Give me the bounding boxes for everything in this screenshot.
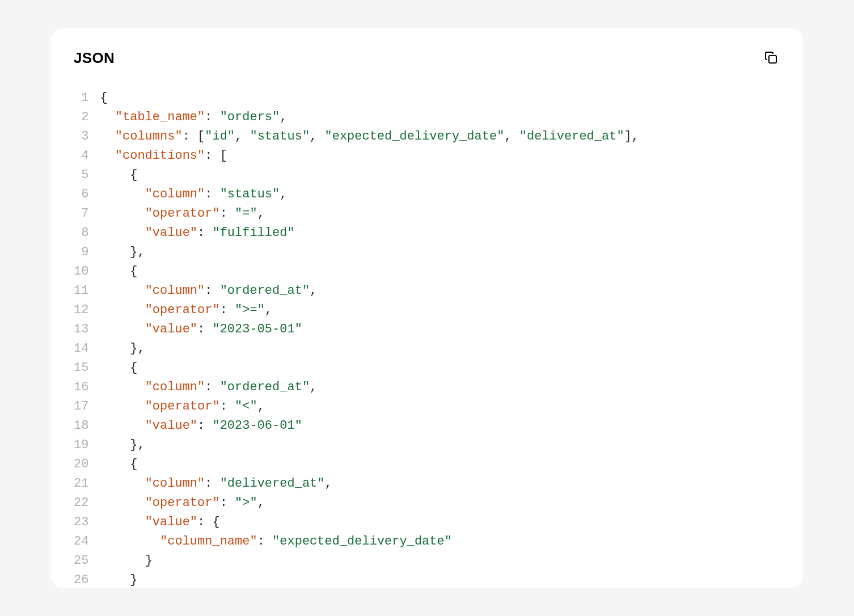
line-number: 11 xyxy=(74,281,88,301)
line-number: 19 xyxy=(74,436,88,455)
code-token-string: "delivered_at" xyxy=(220,476,325,491)
code-token-punct: : xyxy=(205,187,219,201)
code-line: "table_name": "orders", xyxy=(100,108,639,127)
code-token-punct: , xyxy=(280,110,287,124)
code-token-string: "<" xyxy=(235,399,257,414)
code-line: "conditions": [ xyxy=(100,146,639,166)
code-line: "value": "2023-06-01" xyxy=(100,416,639,436)
code-token-punct: , xyxy=(310,284,317,298)
code-line: "operator": "<", xyxy=(100,397,639,416)
code-line: "column_name": "expected_delivery_date" xyxy=(100,532,639,551)
code-line: "operator": ">=", xyxy=(100,301,639,320)
code-token-key: "table_name" xyxy=(115,110,205,124)
code-line: "operator": "=", xyxy=(100,204,639,223)
code-token-indent xyxy=(100,399,145,414)
line-number: 20 xyxy=(74,455,88,474)
code-token-punct: : xyxy=(205,380,219,394)
code-line: "value": { xyxy=(100,513,639,532)
line-number-gutter: 1234567891011121314151617181920212223242… xyxy=(74,88,100,588)
code-line: { xyxy=(100,262,639,281)
code-token-string: "2023-05-01" xyxy=(212,322,302,336)
code-token-punct: , xyxy=(257,399,265,414)
code-token-indent xyxy=(100,496,145,510)
code-token-punct: , xyxy=(310,380,317,394)
code-token-string: "status" xyxy=(250,129,310,144)
code-token-string: ">=" xyxy=(235,303,265,317)
line-number: 23 xyxy=(74,513,88,532)
code-token-punct: : [ xyxy=(205,149,227,163)
code-token-key: "value" xyxy=(145,226,197,240)
line-number: 13 xyxy=(74,320,88,339)
code-line: { xyxy=(100,358,639,378)
line-number: 21 xyxy=(74,474,88,493)
code-token-indent xyxy=(100,187,145,201)
card-header: JSON xyxy=(74,49,780,67)
code-token-indent xyxy=(100,303,145,317)
code-line: "value": "2023-05-01" xyxy=(100,320,639,339)
code-line: { xyxy=(100,455,639,474)
code-token-punct: : xyxy=(197,322,212,336)
code-token-punct: : xyxy=(220,496,235,510)
line-number: 4 xyxy=(74,146,88,166)
code-line: { xyxy=(100,166,639,185)
line-number: 3 xyxy=(74,127,88,146)
code-card: JSON 12345678910111213141516171819202122… xyxy=(51,28,803,588)
code-token-indent xyxy=(100,206,145,221)
code-content: { "table_name": "orders", "columns": ["i… xyxy=(100,88,639,588)
code-line: }, xyxy=(100,339,639,358)
code-token-string: "2023-06-01" xyxy=(212,419,302,433)
line-number: 2 xyxy=(74,108,88,127)
copy-button[interactable] xyxy=(762,49,780,67)
code-token-punct: : xyxy=(257,534,272,549)
code-token-string: "status" xyxy=(220,187,280,201)
code-token-punct: { xyxy=(100,91,107,105)
line-number: 16 xyxy=(74,378,88,397)
code-token-key: "operator" xyxy=(145,496,220,510)
code-token-indent xyxy=(100,438,130,452)
code-token-punct: } xyxy=(130,573,137,587)
code-token-key: "operator" xyxy=(145,206,220,221)
code-token-indent xyxy=(100,149,115,163)
code-token-string: "expected_delivery_date" xyxy=(272,534,452,549)
code-token-punct: : [ xyxy=(183,129,205,144)
line-number: 14 xyxy=(74,339,88,358)
code-token-punct: , xyxy=(265,303,272,317)
code-token-punct: { xyxy=(130,264,137,279)
code-token-punct: }, xyxy=(130,341,145,356)
code-token-punct: { xyxy=(130,361,137,375)
line-number: 9 xyxy=(74,243,88,262)
code-token-string: "=" xyxy=(235,206,257,221)
line-number: 15 xyxy=(74,358,88,378)
line-number: 10 xyxy=(74,262,88,281)
code-token-indent xyxy=(100,129,115,144)
code-token-indent xyxy=(100,341,130,356)
code-token-punct: : xyxy=(220,399,235,414)
code-token-indent xyxy=(100,380,145,394)
code-line: "value": "fulfilled" xyxy=(100,223,639,243)
code-line: }, xyxy=(100,243,639,262)
code-token-key: "conditions" xyxy=(115,149,205,163)
code-token-indent xyxy=(100,419,145,433)
line-number: 5 xyxy=(74,166,88,185)
code-token-key: "value" xyxy=(145,419,197,433)
code-token-punct: ], xyxy=(624,129,639,144)
code-token-string: "orders" xyxy=(220,110,280,124)
line-number: 24 xyxy=(74,532,88,551)
code-token-indent xyxy=(100,457,130,471)
code-line: { xyxy=(100,88,639,108)
line-number: 17 xyxy=(74,397,88,416)
code-token-punct: : { xyxy=(197,515,220,529)
code-token-punct: : xyxy=(205,110,219,124)
code-token-string: "id" xyxy=(205,129,235,144)
code-token-indent xyxy=(100,284,145,298)
code-token-key: "column" xyxy=(145,284,205,298)
code-token-punct: : xyxy=(197,226,212,240)
code-token-punct: , xyxy=(504,129,519,144)
code-token-indent xyxy=(100,264,130,279)
code-token-indent xyxy=(100,554,145,568)
code-token-indent xyxy=(100,476,145,491)
code-token-punct: : xyxy=(220,206,235,221)
line-number: 7 xyxy=(74,204,88,223)
code-token-string: "ordered_at" xyxy=(220,284,310,298)
code-token-key: "columns" xyxy=(115,129,183,144)
